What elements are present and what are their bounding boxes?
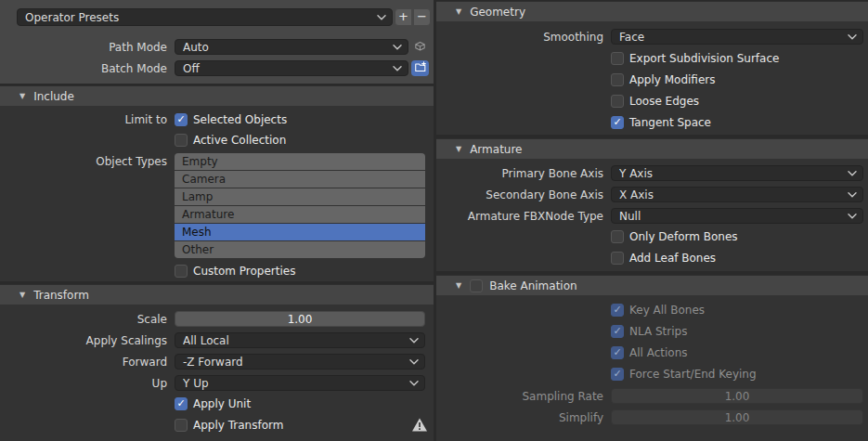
nla-strips-label[interactable]: NLA Strips xyxy=(629,325,687,338)
apply-transform-label[interactable]: Apply Transform xyxy=(193,419,283,432)
sampling-rate-value: 1.00 xyxy=(725,390,750,403)
apply-transform-checkbox[interactable] xyxy=(175,419,188,432)
list-item-lamp[interactable]: Lamp xyxy=(175,188,425,205)
apply-scalings-value: All Local xyxy=(183,334,406,347)
key-all-bones-checkbox[interactable] xyxy=(611,304,624,317)
operator-presets-dropdown[interactable]: Operator Presets xyxy=(17,8,393,26)
up-row: Up Y Up xyxy=(0,375,434,391)
apply-modifiers-row: Apply Modifiers xyxy=(436,72,868,86)
only-deform-bones-label[interactable]: Only Deform Bones xyxy=(629,230,738,243)
list-item-camera[interactable]: Camera xyxy=(175,171,425,188)
embed-textures-button[interactable] xyxy=(411,39,429,55)
apply-unit-label[interactable]: Apply Unit xyxy=(193,397,251,410)
simplify-slider[interactable]: 1.00 xyxy=(611,409,863,425)
forward-row: Forward -Z Forward xyxy=(0,354,434,370)
batch-mode-label: Batch Mode xyxy=(0,62,175,75)
only-deform-bones-checkbox[interactable] xyxy=(611,230,624,243)
chevron-down-icon xyxy=(409,381,419,386)
apply-modifiers-checkbox[interactable] xyxy=(611,73,624,86)
transform-panel-header[interactable]: ▼ Transform xyxy=(0,284,434,305)
fbxnode-type-label: Armature FBXNode Type xyxy=(436,210,611,223)
warning-icon xyxy=(411,417,428,433)
remove-preset-button[interactable]: − xyxy=(413,8,431,26)
armature-panel-title: Armature xyxy=(470,143,522,156)
batch-own-dir-button[interactable] xyxy=(411,60,429,76)
custom-properties-label[interactable]: Custom Properties xyxy=(193,265,295,278)
active-collection-row: Active Collection xyxy=(0,133,434,147)
batch-mode-dropdown[interactable]: Off xyxy=(175,60,408,76)
object-types-list: Empty Camera Lamp Armature Mesh Other xyxy=(175,153,425,258)
export-options-right-column: ▼ Geometry Smoothing Face Export Subdivi… xyxy=(436,0,868,441)
add-leaf-bones-checkbox[interactable] xyxy=(611,252,624,265)
loose-edges-label[interactable]: Loose Edges xyxy=(629,95,699,108)
simplify-row: Simplify 1.00 xyxy=(436,409,868,425)
export-subdivision-checkbox[interactable] xyxy=(611,52,624,65)
list-item-empty[interactable]: Empty xyxy=(175,153,425,170)
key-all-bones-label[interactable]: Key All Bones xyxy=(629,304,705,317)
active-collection-checkbox[interactable] xyxy=(175,134,188,147)
add-preset-button[interactable]: + xyxy=(395,8,412,26)
all-actions-checkbox[interactable] xyxy=(611,346,624,359)
all-actions-row: All Actions xyxy=(436,345,868,359)
custom-properties-row: Custom Properties xyxy=(0,264,434,278)
list-item-mesh[interactable]: Mesh xyxy=(175,224,425,240)
apply-modifiers-label[interactable]: Apply Modifiers xyxy=(629,73,715,86)
batch-mode-row: Batch Mode Off xyxy=(0,60,434,76)
apply-scalings-dropdown[interactable]: All Local xyxy=(175,332,425,348)
only-deform-bones-row: Only Deform Bones xyxy=(436,229,868,243)
armature-panel-header[interactable]: ▼ Armature xyxy=(436,138,868,159)
include-panel-header[interactable]: ▼ Include xyxy=(0,85,434,106)
smoothing-value: Face xyxy=(619,31,844,44)
disclosure-triangle-icon: ▼ xyxy=(19,292,25,299)
active-collection-label[interactable]: Active Collection xyxy=(193,134,286,147)
forward-dropdown[interactable]: -Z Forward xyxy=(175,354,425,370)
fbxnode-type-dropdown[interactable]: Null xyxy=(611,208,863,224)
include-panel-title: Include xyxy=(33,90,74,103)
force-start-end-keying-label[interactable]: Force Start/End Keying xyxy=(629,368,757,381)
apply-unit-row: Apply Unit xyxy=(0,396,434,410)
sampling-rate-row: Sampling Rate 1.00 xyxy=(436,388,868,404)
up-value: Y Up xyxy=(183,377,406,390)
chevron-down-icon xyxy=(393,66,402,71)
scale-label: Scale xyxy=(0,313,175,326)
chevron-down-icon xyxy=(848,171,857,176)
tangent-space-row: Tangent Space xyxy=(436,115,868,129)
selected-objects-label[interactable]: Selected Objects xyxy=(193,113,287,126)
transform-panel-content: Scale 1.00 Apply Scalings All Local Forw… xyxy=(0,305,434,441)
apply-scalings-row: Apply Scalings All Local xyxy=(0,332,434,348)
sampling-rate-slider[interactable]: 1.00 xyxy=(611,388,863,404)
fbxnode-type-value: Null xyxy=(619,210,844,223)
apply-unit-checkbox[interactable] xyxy=(175,397,188,410)
armature-panel-content: Primary Bone Axis Y Axis Secondary Bone … xyxy=(436,159,868,271)
operator-presets-value: Operator Presets xyxy=(25,11,373,24)
smoothing-dropdown[interactable]: Face xyxy=(611,29,863,45)
export-subdivision-label[interactable]: Export Subdivision Surface xyxy=(629,52,779,65)
force-start-end-keying-checkbox[interactable] xyxy=(611,368,624,381)
geometry-panel-header[interactable]: ▼ Geometry xyxy=(436,1,868,21)
export-subdivision-row: Export Subdivision Surface xyxy=(436,51,868,65)
secondary-bone-axis-dropdown[interactable]: X Axis xyxy=(611,187,863,202)
list-item-other[interactable]: Other xyxy=(175,241,425,258)
operator-region: Operator Presets + − Path Mode Auto xyxy=(0,0,434,84)
bake-animation-checkbox[interactable] xyxy=(470,279,483,292)
up-dropdown[interactable]: Y Up xyxy=(175,375,425,391)
selected-objects-checkbox[interactable] xyxy=(175,113,188,126)
scale-slider[interactable]: 1.00 xyxy=(175,311,425,327)
operator-presets-row: Operator Presets + − xyxy=(17,8,431,26)
bake-animation-panel-header[interactable]: ▼ Bake Animation xyxy=(436,275,868,295)
loose-edges-checkbox[interactable] xyxy=(611,95,624,108)
custom-properties-checkbox[interactable] xyxy=(175,265,188,278)
forward-label: Forward xyxy=(0,356,175,369)
path-mode-row: Path Mode Auto xyxy=(0,39,434,55)
all-actions-label[interactable]: All Actions xyxy=(629,346,688,359)
add-leaf-bones-label[interactable]: Add Leaf Bones xyxy=(629,252,716,265)
disclosure-triangle-icon: ▼ xyxy=(456,146,461,153)
path-mode-dropdown[interactable]: Auto xyxy=(175,39,408,55)
up-label: Up xyxy=(0,377,175,390)
tangent-space-label[interactable]: Tangent Space xyxy=(629,116,711,129)
primary-bone-axis-dropdown[interactable]: Y Axis xyxy=(611,165,863,181)
nla-strips-checkbox[interactable] xyxy=(611,325,624,338)
tangent-space-checkbox[interactable] xyxy=(611,116,624,129)
list-item-armature[interactable]: Armature xyxy=(175,206,425,223)
key-all-bones-row: Key All Bones xyxy=(436,303,868,317)
